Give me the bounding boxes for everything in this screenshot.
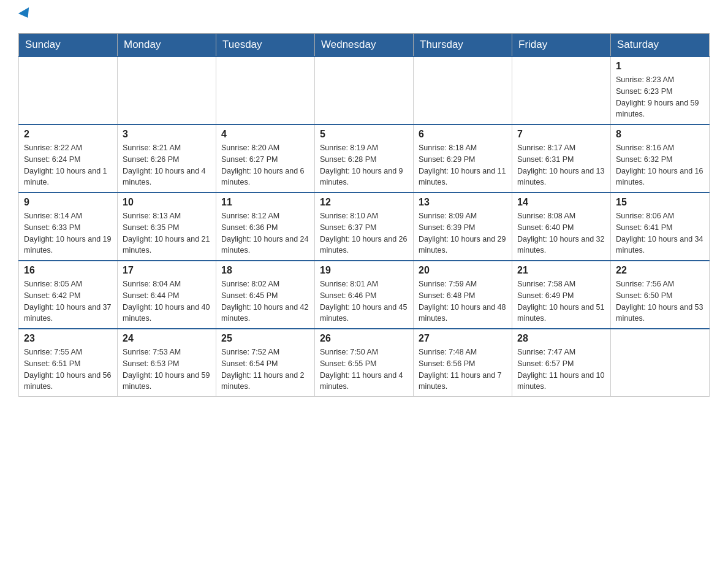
calendar-cell [216, 56, 315, 124]
day-info: Sunrise: 7:48 AMSunset: 6:56 PMDaylight:… [419, 347, 507, 393]
day-number: 20 [419, 265, 507, 276]
day-number: 26 [320, 333, 408, 344]
calendar-cell [611, 329, 710, 397]
calendar-cell: 27Sunrise: 7:48 AMSunset: 6:56 PMDayligh… [414, 329, 512, 397]
calendar-week-row: 16Sunrise: 8:05 AMSunset: 6:42 PMDayligh… [19, 261, 710, 329]
day-number: 24 [123, 333, 211, 344]
calendar-cell: 25Sunrise: 7:52 AMSunset: 6:54 PMDayligh… [216, 329, 315, 397]
day-number: 1 [616, 61, 704, 72]
day-number: 15 [616, 197, 704, 208]
calendar-cell: 21Sunrise: 7:58 AMSunset: 6:49 PMDayligh… [512, 261, 611, 329]
day-info: Sunrise: 8:12 AMSunset: 6:36 PMDaylight:… [221, 210, 309, 256]
calendar-cell: 26Sunrise: 7:50 AMSunset: 6:55 PMDayligh… [315, 329, 414, 397]
day-info: Sunrise: 8:14 AMSunset: 6:33 PMDaylight:… [24, 210, 112, 256]
day-info: Sunrise: 7:59 AMSunset: 6:48 PMDaylight:… [419, 278, 507, 324]
day-number: 7 [517, 129, 605, 140]
day-info: Sunrise: 8:17 AMSunset: 6:31 PMDaylight:… [517, 142, 605, 188]
calendar-cell: 3Sunrise: 8:21 AMSunset: 6:26 PMDaylight… [118, 124, 216, 193]
day-number: 12 [320, 197, 408, 208]
day-of-week-header: Wednesday [315, 34, 414, 57]
day-number: 25 [221, 333, 309, 344]
calendar-week-row: 2Sunrise: 8:22 AMSunset: 6:24 PMDaylight… [19, 124, 710, 193]
day-info: Sunrise: 8:19 AMSunset: 6:28 PMDaylight:… [320, 142, 408, 188]
day-number: 2 [24, 129, 112, 140]
day-info: Sunrise: 8:02 AMSunset: 6:45 PMDaylight:… [221, 278, 309, 324]
day-of-week-header: Thursday [414, 34, 512, 57]
day-number: 9 [24, 197, 112, 208]
day-of-week-header: Tuesday [216, 34, 315, 57]
calendar-cell: 13Sunrise: 8:09 AMSunset: 6:39 PMDayligh… [414, 193, 512, 261]
day-number: 19 [320, 265, 408, 276]
calendar-cell: 22Sunrise: 7:56 AMSunset: 6:50 PMDayligh… [611, 261, 710, 329]
calendar-cell: 20Sunrise: 7:59 AMSunset: 6:48 PMDayligh… [414, 261, 512, 329]
day-number: 17 [123, 265, 211, 276]
calendar-cell: 24Sunrise: 7:53 AMSunset: 6:53 PMDayligh… [118, 329, 216, 397]
day-info: Sunrise: 8:09 AMSunset: 6:39 PMDaylight:… [419, 210, 507, 256]
page-header [18, 12, 710, 21]
day-info: Sunrise: 8:22 AMSunset: 6:24 PMDaylight:… [24, 142, 112, 188]
day-number: 6 [419, 129, 507, 140]
calendar-cell: 14Sunrise: 8:08 AMSunset: 6:40 PMDayligh… [512, 193, 611, 261]
day-info: Sunrise: 8:01 AMSunset: 6:46 PMDaylight:… [320, 278, 408, 324]
calendar-cell: 18Sunrise: 8:02 AMSunset: 6:45 PMDayligh… [216, 261, 315, 329]
calendar-cell: 15Sunrise: 8:06 AMSunset: 6:41 PMDayligh… [611, 193, 710, 261]
day-number: 21 [517, 265, 605, 276]
calendar-cell: 2Sunrise: 8:22 AMSunset: 6:24 PMDaylight… [19, 124, 118, 193]
day-info: Sunrise: 8:23 AMSunset: 6:23 PMDaylight:… [616, 74, 704, 120]
calendar-cell: 10Sunrise: 8:13 AMSunset: 6:35 PMDayligh… [118, 193, 216, 261]
day-info: Sunrise: 7:53 AMSunset: 6:53 PMDaylight:… [123, 347, 211, 393]
calendar-week-row: 23Sunrise: 7:55 AMSunset: 6:51 PMDayligh… [19, 329, 710, 397]
day-number: 3 [123, 129, 211, 140]
day-info: Sunrise: 7:56 AMSunset: 6:50 PMDaylight:… [616, 278, 704, 324]
day-info: Sunrise: 8:04 AMSunset: 6:44 PMDaylight:… [123, 278, 211, 324]
calendar-cell [19, 56, 118, 124]
calendar-cell: 6Sunrise: 8:18 AMSunset: 6:29 PMDaylight… [414, 124, 512, 193]
day-number: 13 [419, 197, 507, 208]
calendar-week-row: 1Sunrise: 8:23 AMSunset: 6:23 PMDaylight… [19, 56, 710, 124]
calendar-cell: 7Sunrise: 8:17 AMSunset: 6:31 PMDaylight… [512, 124, 611, 193]
day-number: 10 [123, 197, 211, 208]
calendar-header-row: SundayMondayTuesdayWednesdayThursdayFrid… [19, 34, 710, 57]
day-info: Sunrise: 8:16 AMSunset: 6:32 PMDaylight:… [616, 142, 704, 188]
day-info: Sunrise: 8:13 AMSunset: 6:35 PMDaylight:… [123, 210, 211, 256]
day-number: 22 [616, 265, 704, 276]
day-info: Sunrise: 8:10 AMSunset: 6:37 PMDaylight:… [320, 210, 408, 256]
day-info: Sunrise: 8:21 AMSunset: 6:26 PMDaylight:… [123, 142, 211, 188]
calendar-cell: 16Sunrise: 8:05 AMSunset: 6:42 PMDayligh… [19, 261, 118, 329]
day-number: 8 [616, 129, 704, 140]
calendar-cell: 1Sunrise: 8:23 AMSunset: 6:23 PMDaylight… [611, 56, 710, 124]
day-number: 14 [517, 197, 605, 208]
day-info: Sunrise: 8:08 AMSunset: 6:40 PMDaylight:… [517, 210, 605, 256]
logo-arrow-icon [18, 7, 33, 21]
calendar-cell [512, 56, 611, 124]
calendar-cell: 17Sunrise: 8:04 AMSunset: 6:44 PMDayligh… [118, 261, 216, 329]
day-info: Sunrise: 7:52 AMSunset: 6:54 PMDaylight:… [221, 347, 309, 393]
day-number: 18 [221, 265, 309, 276]
day-of-week-header: Saturday [611, 34, 710, 57]
day-of-week-header: Sunday [19, 34, 118, 57]
day-number: 11 [221, 197, 309, 208]
day-info: Sunrise: 8:06 AMSunset: 6:41 PMDaylight:… [616, 210, 704, 256]
day-number: 5 [320, 129, 408, 140]
day-number: 28 [517, 333, 605, 344]
day-number: 27 [419, 333, 507, 344]
day-info: Sunrise: 7:50 AMSunset: 6:55 PMDaylight:… [320, 347, 408, 393]
calendar-cell: 12Sunrise: 8:10 AMSunset: 6:37 PMDayligh… [315, 193, 414, 261]
day-info: Sunrise: 7:47 AMSunset: 6:57 PMDaylight:… [517, 347, 605, 393]
calendar-cell: 4Sunrise: 8:20 AMSunset: 6:27 PMDaylight… [216, 124, 315, 193]
calendar-cell: 5Sunrise: 8:19 AMSunset: 6:28 PMDaylight… [315, 124, 414, 193]
calendar-cell: 11Sunrise: 8:12 AMSunset: 6:36 PMDayligh… [216, 193, 315, 261]
calendar-week-row: 9Sunrise: 8:14 AMSunset: 6:33 PMDaylight… [19, 193, 710, 261]
calendar-cell [118, 56, 216, 124]
calendar-cell: 8Sunrise: 8:16 AMSunset: 6:32 PMDaylight… [611, 124, 710, 193]
calendar-cell: 28Sunrise: 7:47 AMSunset: 6:57 PMDayligh… [512, 329, 611, 397]
calendar-table: SundayMondayTuesdayWednesdayThursdayFrid… [18, 33, 710, 397]
calendar-cell: 9Sunrise: 8:14 AMSunset: 6:33 PMDaylight… [19, 193, 118, 261]
day-number: 4 [221, 129, 309, 140]
day-of-week-header: Friday [512, 34, 611, 57]
day-number: 16 [24, 265, 112, 276]
day-info: Sunrise: 8:18 AMSunset: 6:29 PMDaylight:… [419, 142, 507, 188]
day-info: Sunrise: 7:55 AMSunset: 6:51 PMDaylight:… [24, 347, 112, 393]
day-info: Sunrise: 8:05 AMSunset: 6:42 PMDaylight:… [24, 278, 112, 324]
day-number: 23 [24, 333, 112, 344]
